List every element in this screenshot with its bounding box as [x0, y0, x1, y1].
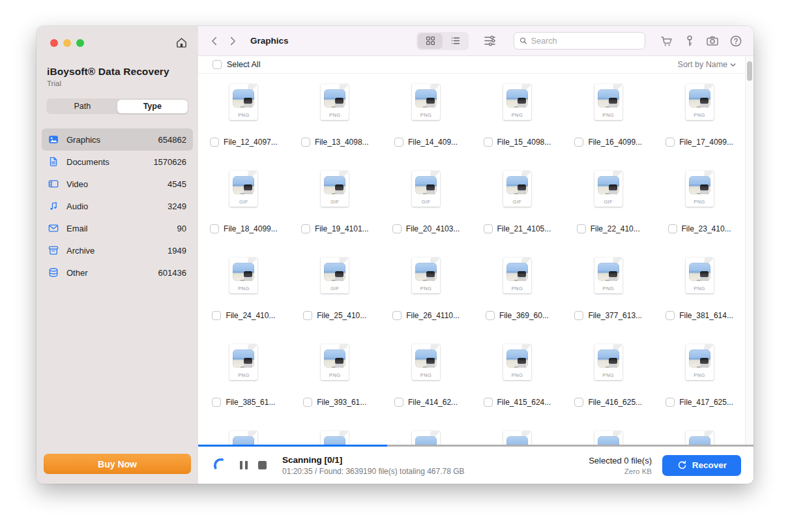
- file-name: File_12_4097...: [224, 138, 278, 147]
- file-cell[interactable]: GIFFile_21_4105...: [471, 160, 563, 247]
- file-checkbox[interactable]: [484, 398, 493, 407]
- file-icon: PNG: [686, 258, 714, 293]
- sidebar-item-video[interactable]: Video4545: [42, 173, 193, 195]
- file-checkbox[interactable]: [574, 398, 583, 407]
- search-field[interactable]: [514, 32, 645, 50]
- file-checkbox[interactable]: [577, 224, 586, 233]
- recover-button[interactable]: Recover: [662, 455, 741, 476]
- file-checkbox[interactable]: [212, 311, 221, 320]
- file-cell[interactable]: PNGFile_14_409...: [381, 74, 472, 160]
- file-cell[interactable]: PNGFile_24_410...: [198, 247, 289, 334]
- file-cell[interactable]: PNGFile_26_4110...: [381, 247, 472, 334]
- file-cell[interactable]: GIFFile_22_410...: [563, 160, 654, 247]
- file-checkbox[interactable]: [666, 398, 675, 407]
- file-name-row: File_377_613...: [574, 311, 642, 320]
- file-checkbox[interactable]: [486, 311, 495, 320]
- file-cell[interactable]: GIFFile_25_410...: [289, 247, 381, 334]
- list-header-row: Select All Sort by Name: [198, 56, 753, 74]
- camera-icon[interactable]: [705, 34, 720, 48]
- home-icon[interactable]: [175, 37, 188, 49]
- file-cell[interactable]: PNGFile_414_62...: [381, 334, 472, 421]
- filter-icon[interactable]: [483, 34, 497, 48]
- file-checkbox[interactable]: [392, 224, 402, 233]
- file-checkbox[interactable]: [394, 138, 403, 147]
- titlebar-controls: [37, 26, 198, 49]
- file-cell[interactable]: PNGFile_381_614...: [654, 247, 745, 334]
- file-checkbox[interactable]: [210, 224, 219, 233]
- file-cell[interactable]: PNGFile_16_4099...: [563, 74, 654, 160]
- minimize-window-button[interactable]: [63, 39, 71, 47]
- file-cell[interactable]: PNGFile_415_624...: [471, 334, 563, 421]
- sort-dropdown[interactable]: Sort by Name: [678, 60, 737, 69]
- back-button[interactable]: [206, 33, 223, 50]
- file-cell-partial[interactable]: [471, 421, 563, 447]
- file-cell[interactable]: PNGFile_385_61...: [198, 334, 289, 421]
- sidebar-item-graphics[interactable]: Graphics654862: [42, 128, 193, 151]
- file-checkbox[interactable]: [210, 138, 219, 147]
- close-window-button[interactable]: [50, 39, 58, 47]
- vertical-scrollbar[interactable]: [745, 56, 753, 445]
- file-name-row: File_415_624...: [484, 398, 551, 407]
- file-name-row: File_14_409...: [394, 138, 458, 147]
- file-checkbox[interactable]: [392, 311, 402, 320]
- file-checkbox[interactable]: [301, 224, 310, 233]
- sidebar-item-archive[interactable]: Archive1949: [42, 239, 193, 261]
- file-name-row: File_15_4098...: [484, 138, 551, 147]
- file-cell[interactable]: GIFFile_20_4103...: [381, 160, 472, 247]
- file-cell-partial[interactable]: [563, 421, 654, 447]
- select-all-checkbox[interactable]: [212, 60, 222, 69]
- stop-scan-button[interactable]: [258, 461, 267, 469]
- file-cell[interactable]: GIFFile_18_4099...: [198, 160, 289, 247]
- selected-size: Zero KB: [589, 467, 652, 475]
- grid-view-button[interactable]: [418, 33, 443, 49]
- search-input[interactable]: [531, 37, 639, 46]
- file-cell-partial[interactable]: [289, 421, 381, 447]
- sidebar-item-other[interactable]: Other601436: [42, 261, 193, 284]
- file-cell[interactable]: PNGFile_15_4098...: [471, 74, 563, 160]
- file-cell[interactable]: PNGFile_416_625...: [563, 334, 654, 421]
- list-view-button[interactable]: [443, 33, 467, 49]
- zoom-window-button[interactable]: [76, 39, 84, 47]
- tab-path[interactable]: Path: [48, 100, 118, 113]
- app-window: iBoysoft® Data Recovery Trial PathType G…: [37, 26, 753, 484]
- scrollbar-thumb[interactable]: [747, 61, 752, 81]
- file-checkbox[interactable]: [666, 138, 675, 147]
- file-cell[interactable]: PNGFile_17_4099...: [654, 74, 745, 160]
- file-checkbox[interactable]: [666, 311, 675, 320]
- forward-button[interactable]: [224, 33, 241, 50]
- file-checkbox[interactable]: [303, 398, 312, 407]
- file-cell[interactable]: PNGFile_23_410...: [654, 160, 745, 247]
- file-checkbox[interactable]: [303, 311, 312, 320]
- file-checkbox[interactable]: [574, 138, 583, 147]
- sidebar-item-documents[interactable]: Documents1570626: [42, 151, 193, 173]
- file-checkbox[interactable]: [301, 138, 310, 147]
- file-cell-partial[interactable]: [198, 421, 289, 447]
- graphics-icon: [48, 134, 59, 145]
- sort-label: Sort by Name: [678, 60, 727, 69]
- scan-status: Scanning [0/1] 01:20:35 / Found: 3639190…: [282, 455, 465, 476]
- sidebar-item-email[interactable]: Email90: [42, 217, 193, 239]
- key-icon[interactable]: [683, 34, 696, 48]
- file-cell[interactable]: GIFFile_19_4101...: [289, 160, 381, 247]
- buy-now-button[interactable]: Buy Now: [44, 454, 191, 474]
- file-cell[interactable]: PNGFile_12_4097...: [198, 74, 289, 160]
- file-checkbox[interactable]: [212, 398, 221, 407]
- cart-icon[interactable]: [660, 34, 674, 48]
- help-icon[interactable]: [729, 34, 743, 48]
- file-cell-partial[interactable]: [381, 421, 472, 447]
- file-cell[interactable]: PNGFile_393_61...: [289, 334, 381, 421]
- file-checkbox[interactable]: [484, 138, 493, 147]
- file-checkbox[interactable]: [574, 311, 583, 320]
- file-cell[interactable]: PNGFile_369_60...: [471, 247, 563, 334]
- file-cell[interactable]: PNGFile_417_625...: [654, 334, 745, 421]
- file-cell[interactable]: PNGFile_377_613...: [563, 247, 654, 334]
- pause-scan-button[interactable]: [240, 461, 248, 469]
- sidebar-item-audio[interactable]: Audio3249: [42, 195, 193, 217]
- file-cell-partial[interactable]: [654, 421, 745, 447]
- file-checkbox[interactable]: [394, 398, 403, 407]
- file-icon: PNG: [412, 344, 440, 380]
- file-checkbox[interactable]: [484, 224, 493, 233]
- tab-type[interactable]: Type: [117, 100, 188, 113]
- file-checkbox[interactable]: [668, 224, 677, 233]
- file-cell[interactable]: PNGFile_13_4098...: [289, 74, 381, 160]
